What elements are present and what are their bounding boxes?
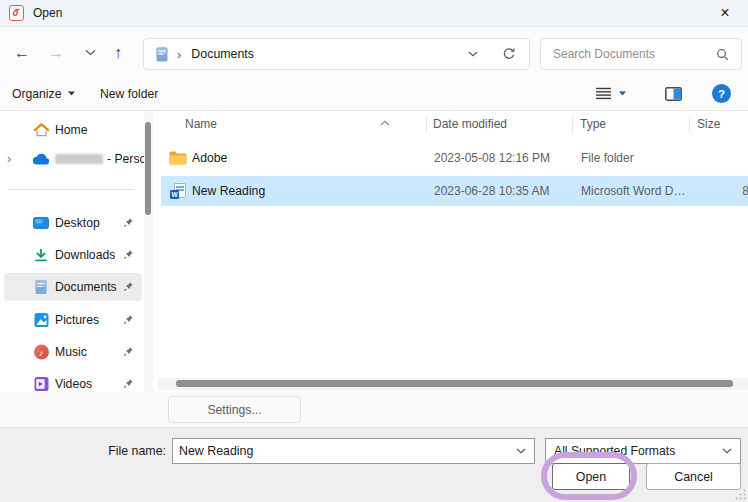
sidebar-item-label: Desktop	[55, 209, 100, 237]
search-input[interactable]	[541, 46, 716, 62]
new-folder-label: New folder	[100, 87, 158, 101]
word-document-icon: W	[169, 183, 187, 199]
chevron-down-icon	[722, 448, 732, 454]
help-button[interactable]: ?	[712, 84, 731, 103]
file-name-input[interactable]	[173, 439, 516, 463]
file-name: New Reading	[192, 176, 265, 206]
close-icon[interactable]: ×	[702, 0, 748, 26]
help-icon: ?	[718, 88, 725, 100]
pin-icon	[123, 314, 134, 325]
organize-button[interactable]: Organize	[12, 77, 75, 110]
footer: File name: All Supported Formats Open Ca…	[0, 427, 748, 502]
pin-icon	[123, 249, 134, 260]
expand-chevron-icon[interactable]: ›	[7, 151, 11, 166]
breadcrumb-chevron-icon: ›	[177, 47, 181, 62]
sidebar-item-label: Documents	[55, 273, 117, 301]
horizontal-scrollbar-thumb[interactable]	[176, 380, 733, 387]
open-button[interactable]: Open	[552, 463, 630, 490]
pin-icon	[123, 378, 134, 389]
refresh-icon[interactable]	[502, 47, 516, 61]
file-name: Adobe	[192, 143, 227, 173]
document-icon	[156, 47, 168, 62]
horizontal-scrollbar[interactable]	[158, 378, 748, 390]
up-icon[interactable]: ↑	[106, 28, 130, 77]
address-dropdown-chevron-icon[interactable]	[468, 51, 478, 57]
sidebar-item-music[interactable]: ♪ Music	[4, 338, 142, 366]
sidebar-divider	[8, 189, 134, 190]
pin-icon	[123, 281, 134, 292]
acrobat-pdf-icon	[9, 5, 24, 21]
new-folder-button[interactable]: New folder	[100, 77, 158, 110]
file-row-adobe[interactable]: Adobe 2023-05-08 12:16 PM File folder	[161, 143, 748, 173]
sidebar-item-label: Home	[55, 116, 88, 144]
file-type: File folder	[581, 143, 693, 173]
settings-button[interactable]: Settings...	[168, 396, 301, 423]
sidebar-item-label: Downloads	[55, 241, 115, 269]
column-header-type[interactable]: Type	[580, 111, 606, 138]
settings-band: Settings...	[0, 392, 748, 427]
sidebar-scrollbar-thumb[interactable]	[145, 122, 151, 215]
sidebar-item-documents[interactable]: Documents	[4, 273, 142, 301]
cancel-button[interactable]: Cancel	[646, 463, 741, 490]
caret-down-icon	[68, 91, 75, 96]
file-format-value: All Supported Formats	[554, 444, 722, 458]
forward-icon[interactable]: →	[44, 28, 68, 77]
resize-grip[interactable]	[735, 489, 746, 500]
chevron-down-icon[interactable]	[516, 448, 526, 454]
breadcrumb-location[interactable]: Documents	[191, 47, 254, 61]
pin-icon	[123, 346, 134, 357]
music-icon: ♪	[32, 345, 50, 360]
sidebar: Home › - Personal Desktop Downloads	[0, 111, 156, 392]
desktop-icon	[32, 217, 50, 229]
home-icon	[32, 122, 50, 138]
documents-icon	[32, 280, 50, 295]
preview-pane-button[interactable]	[665, 87, 682, 101]
file-date-modified: 2023-05-08 12:16 PM	[434, 143, 550, 173]
file-date-modified: 2023-06-28 10:35 AM	[434, 176, 549, 206]
sidebar-item-label: Music	[55, 338, 87, 366]
sidebar-item-label: - Personal	[107, 145, 144, 173]
address-bar[interactable]: › Documents	[143, 38, 530, 70]
column-header-size[interactable]: Size	[697, 111, 720, 138]
column-separator	[426, 116, 427, 133]
column-header-name[interactable]: Name	[185, 111, 217, 138]
column-separator	[572, 116, 573, 133]
onedrive-cloud-icon	[32, 153, 50, 165]
organize-label: Organize	[12, 87, 61, 101]
sidebar-item-label: Videos	[55, 370, 92, 392]
window-title: Open	[33, 6, 62, 20]
sidebar-item-pictures[interactable]: Pictures	[4, 306, 142, 334]
navigation-bar: ← → ↑ › Documents	[0, 28, 748, 77]
list-view-icon	[596, 87, 611, 100]
view-mode-button[interactable]	[596, 77, 626, 110]
file-name-combobox	[172, 438, 535, 464]
file-name-label: File name:	[0, 438, 166, 464]
search-icon[interactable]	[716, 48, 729, 61]
file-list: Name Date modified Type Size Adobe 2023-…	[158, 111, 748, 392]
file-size: 8	[661, 176, 748, 206]
column-separator	[689, 116, 690, 133]
folder-icon	[169, 151, 187, 165]
back-icon[interactable]: ←	[10, 28, 34, 77]
sidebar-item-desktop[interactable]: Desktop	[4, 209, 142, 237]
title-bar: Open ×	[0, 0, 748, 27]
file-row-new-reading[interactable]: W New Reading 2023-06-28 10:35 AM Micros…	[161, 176, 748, 206]
search-box	[540, 38, 742, 70]
open-dialog: Open × ← → ↑ › Documents	[0, 0, 748, 502]
pictures-icon	[32, 313, 50, 328]
sidebar-item-label: Pictures	[55, 306, 99, 334]
sidebar-item-downloads[interactable]: Downloads	[4, 241, 142, 269]
redacted-account-name	[55, 154, 103, 164]
toolbar: Organize New folder ?	[0, 77, 748, 111]
downloads-icon	[32, 248, 50, 262]
recent-locations-chevron-icon[interactable]	[78, 28, 102, 77]
sidebar-scrollbar[interactable]	[144, 111, 153, 392]
sidebar-item-onedrive[interactable]: › - Personal	[4, 145, 142, 173]
file-format-select[interactable]: All Supported Formats	[545, 438, 741, 464]
column-header-date-modified[interactable]: Date modified	[433, 111, 507, 138]
sidebar-item-videos[interactable]: Videos	[4, 370, 142, 392]
sidebar-item-home[interactable]: Home	[4, 116, 142, 144]
caret-down-icon	[619, 91, 626, 96]
sort-ascending-icon	[380, 112, 390, 130]
pin-icon	[123, 217, 134, 228]
